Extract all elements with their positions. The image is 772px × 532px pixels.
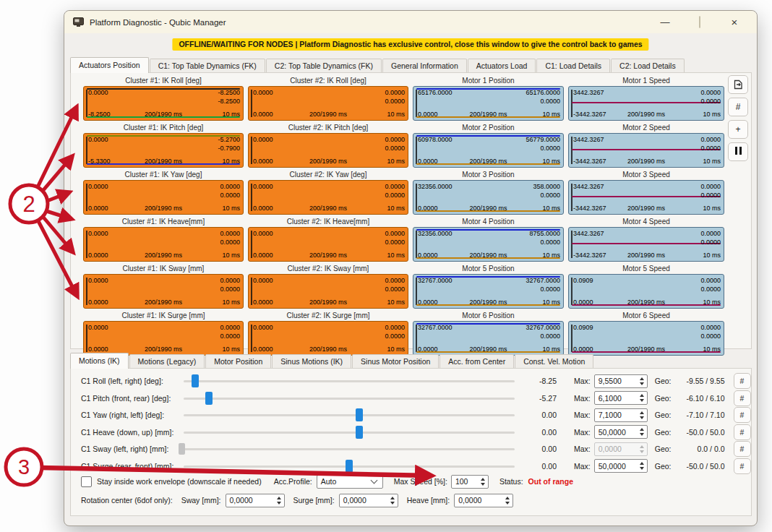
slider-handle[interactable] xyxy=(356,408,363,421)
spinner-arrows-icon[interactable] xyxy=(387,497,398,505)
panel-value-tl: 3442.3267 xyxy=(573,136,604,143)
max-value: 0,0000 xyxy=(595,445,637,453)
chart-panel-motor-6-position: 32767.000032767.00000.00000.0000200/1990… xyxy=(413,321,564,356)
panel-value-bc: 200/1990 ms xyxy=(569,158,724,165)
tab-c1-load-details[interactable]: C1: Load Details xyxy=(536,59,610,72)
tab-motions-legacy[interactable]: Motions (Legacy) xyxy=(129,354,205,368)
add-button[interactable]: + xyxy=(728,120,748,139)
slider-value: -5.27 xyxy=(516,394,557,403)
spinner-arrows-icon[interactable] xyxy=(637,428,647,436)
tab-motor-position[interactable]: Motor Position xyxy=(205,354,271,368)
spinner-arrows-icon[interactable] xyxy=(478,478,488,486)
chart-cell: Motor 2 Speed3442.32670.00000.0000-3442.… xyxy=(568,122,724,169)
slider-handle[interactable] xyxy=(346,460,353,473)
slider-track[interactable] xyxy=(182,441,516,457)
acc-profile-label: Acc.Profile: xyxy=(274,477,312,486)
tab-c1-top-table-dynamics-fk[interactable]: C1: Top Table Dynamics (FK) xyxy=(150,59,265,72)
maximize-button[interactable] xyxy=(693,17,706,27)
tab-sinus-motions-ik[interactable]: Sinus Motions (IK) xyxy=(272,354,351,368)
panel-value-bc: 200/1990 ms xyxy=(249,299,408,306)
chart-cell: Cluster #1: IK Surge [mm]0.00000.00000.0… xyxy=(83,310,244,357)
tab-acc-from-center[interactable]: Acc. from Center xyxy=(439,354,514,368)
rotation-heave-value: 0,0000 xyxy=(455,496,502,505)
panel-value-mr: 0.0000 xyxy=(700,239,721,246)
hash-button[interactable]: # xyxy=(734,424,751,440)
slider-row-c1-heave-down-up-mm: C1 Heave (down, up) [mm]:0.00Max:50,0000… xyxy=(71,424,751,440)
chart-cell: Motor 4 Position32356.00008755.00000.000… xyxy=(413,216,564,263)
panel-value-bc: 200/1990 ms xyxy=(413,205,563,212)
hash-button[interactable]: # xyxy=(734,407,751,423)
max-spinner[interactable]: 50,0000 xyxy=(594,459,648,473)
panel-value-tr: 0.0000 xyxy=(700,183,721,190)
slider-track[interactable] xyxy=(182,458,516,474)
slider-row-c1-pitch-front-rear-deg: C1 Pitch (front, rear) [deg]:-5.27Max:6,… xyxy=(71,390,751,406)
max-spinner[interactable]: 50,0000 xyxy=(594,425,648,439)
panel-value-tr: 8755.0000 xyxy=(529,230,560,237)
minimize-button[interactable]: — xyxy=(659,17,672,27)
trace-line xyxy=(87,135,240,137)
max-speed-spinner[interactable]: 100 xyxy=(451,475,489,489)
slider-handle[interactable] xyxy=(356,426,363,439)
spinner-arrows-icon[interactable] xyxy=(637,462,647,470)
work-envelope-checkbox[interactable] xyxy=(81,476,92,487)
tab-motions-ik[interactable]: Motions (IK) xyxy=(70,353,129,369)
tab-c2-load-details[interactable]: C2: Load Details xyxy=(611,59,685,72)
motions-tab-bar: Motions (IK)Motions (Legacy)Motor Positi… xyxy=(70,352,751,368)
slider-value: 0.00 xyxy=(516,428,557,437)
rotation-heave-spinner[interactable]: 0,0000 xyxy=(454,494,513,507)
close-button[interactable]: × xyxy=(728,16,741,28)
tab-const-vel-motion[interactable]: Const. Vel. Motion xyxy=(515,354,593,368)
panel-value-tr: 358.0000 xyxy=(533,183,560,190)
panel-value-tr: 0.0000 xyxy=(700,230,721,237)
spinner-arrows-icon[interactable] xyxy=(502,497,512,505)
trace-line xyxy=(572,243,721,244)
acc-profile-select[interactable]: Auto xyxy=(317,475,383,489)
hash-button[interactable]: # xyxy=(734,441,751,457)
slider-track[interactable] xyxy=(182,390,516,406)
panel-value-tr: 0.0000 xyxy=(385,183,405,190)
max-spinner[interactable]: 9,5500 xyxy=(594,374,648,388)
slider-handle[interactable] xyxy=(205,392,213,405)
panel-value-tl: 0.0000 xyxy=(253,230,273,237)
chart-panel-motor-2-speed: 3442.32670.00000.0000-3442.3267200/1990 … xyxy=(568,133,724,168)
panel-value-mr: 0.0000 xyxy=(540,332,560,340)
slider-value: 0.00 xyxy=(516,462,557,471)
geo-label: Geo: xyxy=(655,445,672,453)
rotation-sway-spinner[interactable]: 0,0000 xyxy=(226,494,285,507)
export-button[interactable] xyxy=(728,75,748,94)
panel-value-mr: 0.0000 xyxy=(540,239,560,246)
rotation-surge-spinner[interactable]: 0,0000 xyxy=(339,494,398,507)
panel-value-tl: 0.0000 xyxy=(88,89,108,96)
rotation-surge-value: 0,0000 xyxy=(340,496,387,505)
tab-general-information[interactable]: General Information xyxy=(382,59,467,72)
panel-value-br: 10 ms xyxy=(222,111,240,118)
slider-label: C1 Surge (rear, front) [mm]: xyxy=(81,462,182,471)
spinner-arrows-icon[interactable] xyxy=(274,497,284,505)
panel-value-tl: 0.0000 xyxy=(253,183,273,190)
chart-cell: Cluster #2: IK Roll [deg]0.00000.00000.0… xyxy=(248,75,408,122)
spinner-arrows-icon[interactable] xyxy=(637,394,647,402)
tab-c2-top-table-dynamics-fk[interactable]: C2: Top Table Dynamics (FK) xyxy=(266,59,382,72)
tab-sinus-motor-position[interactable]: Sinus Motor Position xyxy=(352,354,439,368)
max-spinner[interactable]: 7,1000 xyxy=(594,408,648,422)
spinner-arrows-icon[interactable] xyxy=(637,377,647,385)
slider-track[interactable] xyxy=(182,424,516,440)
pause-button[interactable] xyxy=(728,142,748,161)
chart-panel-motor-6-speed: 0.09090.00000.00000.0000200/1990 ms10 ms xyxy=(568,321,724,356)
hash-button[interactable]: # xyxy=(728,98,748,116)
slider-track[interactable] xyxy=(182,407,516,423)
tab-actuators-load[interactable]: Actuators Load xyxy=(468,59,536,72)
spinner-arrows-icon[interactable] xyxy=(637,411,647,419)
panel-value-bc: 200/1990 ms xyxy=(84,252,243,259)
max-label: Max: xyxy=(574,462,591,471)
hash-button[interactable]: # xyxy=(734,373,751,389)
max-spinner[interactable]: 6,1000 xyxy=(594,391,648,405)
slider-track[interactable] xyxy=(182,373,516,389)
hash-button[interactable]: # xyxy=(734,390,751,406)
chart-panel-motor-3-speed: 3442.32670.00000.0000-3442.3267200/1990 … xyxy=(568,180,724,215)
panel-title: Motor 2 Position xyxy=(413,122,564,133)
tab-actuators-position[interactable]: Actuators Position xyxy=(70,57,149,73)
slider-handle[interactable] xyxy=(192,374,199,387)
hash-button[interactable]: # xyxy=(734,458,751,474)
chart-panel-cluster-2-ik-sway-mm: 0.00000.00000.00000.0000200/1990 ms10 ms xyxy=(248,274,408,309)
